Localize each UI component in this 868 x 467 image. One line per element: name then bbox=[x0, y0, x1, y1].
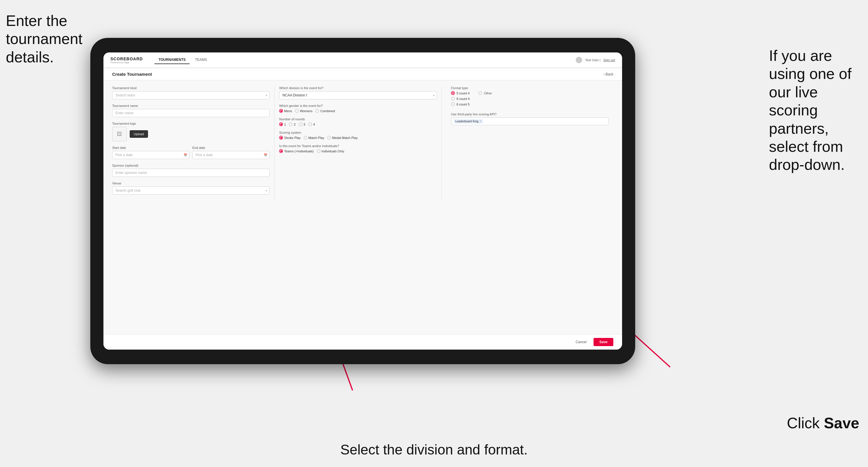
logo-text: SCOREBOARD bbox=[111, 57, 143, 61]
cancel-button[interactable]: Cancel bbox=[572, 338, 591, 346]
form-footer: Cancel Save bbox=[103, 334, 622, 350]
annotation-division-format: Select the division and format. bbox=[340, 441, 528, 458]
form-header: Create Tournament ‹ Back bbox=[103, 68, 622, 81]
tournament-host-input[interactable] bbox=[112, 91, 270, 99]
rounds-1[interactable]: 1 bbox=[279, 122, 286, 126]
radio-3-circle bbox=[299, 122, 303, 126]
gender-womens-label: Womens bbox=[300, 109, 312, 113]
rounds-2-label: 2 bbox=[294, 123, 296, 126]
calendar-icon-end: 📅 bbox=[264, 154, 267, 157]
start-date-input[interactable] bbox=[112, 151, 189, 159]
rounds-radio-group: 1 2 3 4 bbox=[279, 122, 436, 126]
dropdown-icon-host: ▾ bbox=[266, 94, 267, 97]
gender-combined-label: Combined bbox=[320, 109, 335, 113]
tournament-logo-group: Tournament logo 🖼 Upload bbox=[112, 122, 270, 141]
radio-2-circle bbox=[289, 122, 292, 126]
dropdown-icon-division: ▾ bbox=[433, 94, 434, 97]
rounds-4-label: 4 bbox=[313, 123, 315, 126]
date-group: Start date 📅 End date 📅 bbox=[112, 146, 270, 159]
end-date-wrap: 📅 bbox=[192, 151, 270, 159]
logo-upload-area: 🖼 Upload bbox=[112, 127, 270, 141]
division-input[interactable] bbox=[279, 91, 436, 99]
venue-input-wrap: ▾ bbox=[112, 186, 270, 195]
format-5count4[interactable]: 5 count 4 bbox=[451, 91, 470, 95]
end-date-input[interactable] bbox=[192, 151, 270, 159]
nav-teams[interactable]: TEAMS bbox=[191, 56, 211, 64]
user-avatar bbox=[576, 57, 582, 63]
dropdown-icon-venue: ▾ bbox=[266, 189, 267, 192]
venue-group: Venue ▾ bbox=[112, 182, 270, 195]
scoring-medal-match[interactable]: Medal Match Play bbox=[327, 136, 358, 139]
sponsor-input[interactable] bbox=[112, 169, 270, 177]
format-6count4-label: 6 count 4 bbox=[457, 97, 470, 100]
upload-button[interactable]: Upload bbox=[130, 130, 148, 138]
radio-6count5-circle bbox=[451, 102, 455, 106]
team-radio-group: Teams (+Individuals) Individuals Only bbox=[279, 149, 436, 153]
form-col-2: Which division is the event for? ▾ Which… bbox=[279, 86, 441, 199]
nav-links: TOURNAMENTS TEAMS bbox=[154, 56, 576, 64]
gender-mens[interactable]: Mens bbox=[279, 109, 292, 113]
tablet-screen: SCOREBOARD Powered by Clippi TOURNAMENTS… bbox=[103, 53, 622, 350]
page-content: Tournament Host ▾ Tournament name Tourna… bbox=[103, 81, 622, 334]
format-group: Format type 5 count 4 6 count 4 bbox=[451, 86, 609, 108]
team-teams-label: Teams (+Individuals) bbox=[284, 150, 313, 153]
live-scoring-tag: Leaderboard King × bbox=[454, 119, 483, 124]
live-scoring-field[interactable]: Leaderboard King × bbox=[451, 117, 609, 125]
sign-out-link[interactable]: Sign out bbox=[603, 58, 615, 62]
tournament-host-input-wrap: ▾ bbox=[112, 91, 270, 99]
radio-1-circle bbox=[279, 122, 283, 126]
rounds-2[interactable]: 2 bbox=[289, 122, 296, 126]
radio-individuals-circle bbox=[317, 149, 320, 153]
scoring-stroke-label: Stroke Play bbox=[284, 136, 301, 139]
division-group: Which division is the event for? ▾ bbox=[279, 86, 436, 99]
radio-match-circle bbox=[304, 136, 307, 139]
tablet-device: SCOREBOARD Powered by Clippi TOURNAMENTS… bbox=[90, 38, 635, 364]
rounds-4[interactable]: 4 bbox=[308, 122, 315, 126]
nav-tournaments[interactable]: TOURNAMENTS bbox=[154, 56, 190, 64]
format-6count5[interactable]: 6 count 5 bbox=[451, 102, 470, 106]
division-label: Which division is the event for? bbox=[279, 86, 436, 90]
tournament-name-input[interactable] bbox=[112, 109, 270, 117]
scoring-group: Scoring system Stroke Play Match Play bbox=[279, 131, 436, 139]
team-individuals-label: Individuals Only bbox=[322, 150, 344, 153]
save-button[interactable]: Save bbox=[593, 338, 613, 346]
format-6count5-label: 6 count 5 bbox=[457, 102, 470, 106]
scoring-stroke[interactable]: Stroke Play bbox=[279, 136, 301, 139]
team-group: Is this event for Teams and/or Individua… bbox=[279, 144, 436, 153]
division-input-wrap: ▾ bbox=[279, 91, 436, 99]
tournament-name-label: Tournament name bbox=[112, 104, 270, 107]
gender-combined[interactable]: Combined bbox=[315, 109, 335, 113]
venue-input[interactable] bbox=[112, 186, 270, 195]
logo-placeholder: 🖼 bbox=[112, 127, 127, 141]
scoring-match-label: Match Play bbox=[309, 136, 324, 139]
gender-mens-label: Mens bbox=[284, 109, 292, 113]
rounds-group: Number of rounds 1 2 bbox=[279, 117, 436, 126]
scoring-label: Scoring system bbox=[279, 131, 436, 134]
live-scoring-close[interactable]: × bbox=[479, 120, 482, 123]
form-title: Create Tournament bbox=[112, 72, 152, 76]
radio-medal-match-circle bbox=[327, 136, 331, 139]
rounds-3[interactable]: 3 bbox=[299, 122, 305, 126]
gender-label: Which gender is the event for? bbox=[279, 104, 436, 107]
start-date-wrap: 📅 bbox=[112, 151, 189, 159]
radio-4-circle bbox=[308, 122, 312, 126]
gender-womens[interactable]: Womens bbox=[295, 109, 312, 113]
sponsor-group: Sponsor (optional) bbox=[112, 164, 270, 177]
team-teams[interactable]: Teams (+Individuals) bbox=[279, 149, 313, 153]
scoring-medal-match-label: Medal Match Play bbox=[332, 136, 358, 139]
team-label: Is this event for Teams and/or Individua… bbox=[279, 144, 436, 148]
annotation-enter-details: Enter the tournament details. bbox=[6, 12, 87, 66]
radio-other-circle[interactable] bbox=[478, 91, 482, 95]
scoring-match[interactable]: Match Play bbox=[304, 136, 324, 139]
format-6count4[interactable]: 6 count 4 bbox=[451, 97, 470, 100]
form-body: Tournament Host ▾ Tournament name Tourna… bbox=[103, 81, 622, 205]
scoring-radio-group: Stroke Play Match Play Medal Match Play bbox=[279, 136, 436, 139]
format-label: Format type bbox=[451, 86, 609, 90]
start-date-group: Start date 📅 bbox=[112, 146, 189, 159]
radio-5count4-circle bbox=[451, 91, 455, 95]
live-scoring-label: Use third-party live scoring API? bbox=[451, 113, 609, 116]
back-link[interactable]: ‹ Back bbox=[603, 72, 613, 76]
team-individuals[interactable]: Individuals Only bbox=[317, 149, 344, 153]
calendar-icon-start: 📅 bbox=[184, 154, 187, 157]
format-options: 5 count 4 6 count 4 6 count 5 bbox=[451, 91, 470, 108]
